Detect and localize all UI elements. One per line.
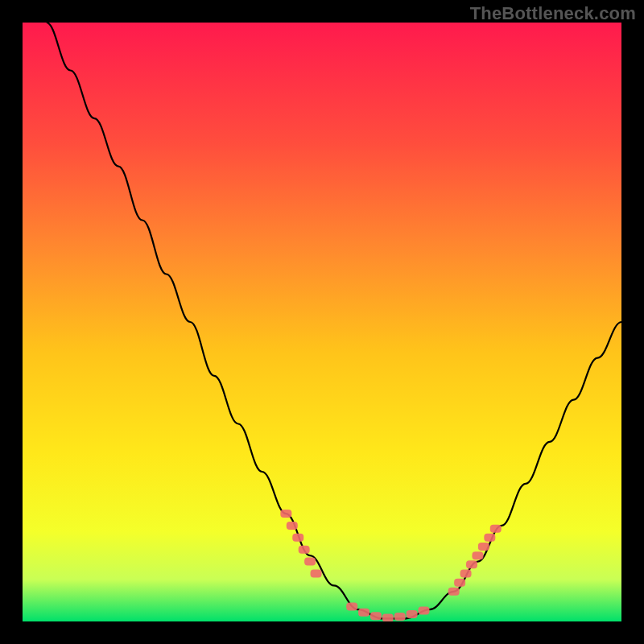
marker-dot: [287, 522, 298, 530]
marker-dot: [346, 602, 357, 610]
marker-dot: [311, 569, 322, 577]
chart-svg: [23, 23, 621, 621]
marker-dot: [490, 525, 502, 533]
chart-frame: TheBottleneck.com: [0, 0, 644, 644]
marker-dot: [448, 588, 460, 596]
marker-dot: [460, 569, 472, 577]
marker-dot: [454, 579, 465, 587]
marker-dot: [358, 609, 369, 617]
watermark-label: TheBottleneck.com: [470, 3, 636, 24]
marker-dot: [292, 534, 303, 542]
marker-dot: [370, 612, 382, 620]
plot-area: [23, 23, 621, 621]
marker-dot: [382, 614, 394, 621]
marker-dot: [304, 558, 316, 566]
marker-dot: [280, 510, 291, 518]
marker-dot: [418, 607, 429, 615]
marker-dot: [478, 543, 489, 551]
gradient-background: [23, 23, 621, 621]
marker-dot: [407, 610, 418, 618]
marker-dot: [484, 534, 495, 542]
marker-dot: [299, 546, 310, 554]
marker-dot: [472, 551, 483, 559]
marker-dot: [394, 613, 406, 621]
marker-dot: [466, 560, 477, 568]
